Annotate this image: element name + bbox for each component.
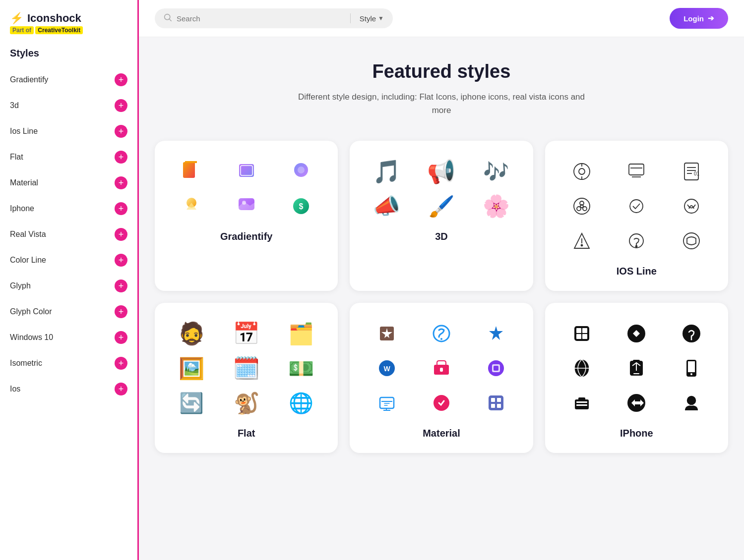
- icon-cell: [417, 319, 466, 348]
- sidebar-item-label: Flat: [10, 153, 23, 162]
- icon-cell: 🔄: [167, 388, 216, 418]
- svg-rect-2: [183, 162, 195, 178]
- 3d-icons: 🎵 📢 🎶 📣 🖌️ 🌸: [362, 157, 521, 221]
- svg-point-25: [574, 198, 590, 214]
- svg-point-41: [440, 338, 442, 340]
- sidebar-add-icon[interactable]: +: [115, 280, 127, 292]
- icon-cell: [221, 191, 271, 221]
- sidebar-items-list: Gradientify + 3d + Ios Line + Flat + Mat…: [0, 67, 137, 402]
- sidebar-item-isometric[interactable]: Isometric +: [0, 350, 137, 376]
- search-input[interactable]: [177, 14, 341, 23]
- svg-rect-51: [489, 395, 503, 410]
- sidebar-add-icon[interactable]: +: [115, 228, 127, 241]
- svg-point-36: [636, 246, 637, 247]
- material-icons: W: [362, 319, 521, 418]
- icon-cell: 🎵: [362, 157, 411, 186]
- svg-text:01: 01: [694, 171, 700, 176]
- sidebar-item-label: 3d: [10, 101, 19, 110]
- icon-cell: [557, 191, 607, 221]
- icon-cell: [417, 353, 466, 383]
- sidebar-item-windows-10[interactable]: Windows 10 +: [0, 325, 137, 350]
- icon-cell: [667, 226, 716, 256]
- sidebar-add-icon[interactable]: +: [115, 99, 127, 112]
- icon-cell: [667, 191, 716, 221]
- svg-rect-55: [497, 404, 501, 408]
- icon-cell: [557, 353, 607, 383]
- card-material[interactable]: W: [350, 303, 533, 453]
- svg-rect-49: [380, 397, 394, 408]
- card-iphone[interactable]: IPhone: [545, 303, 728, 453]
- sidebar-item-glyph[interactable]: Glyph +: [0, 273, 137, 299]
- sidebar-item-color-line[interactable]: Color Line +: [0, 247, 137, 273]
- icon-cell: [612, 319, 661, 348]
- svg-rect-75: [576, 401, 587, 403]
- icon-cell: 🧔: [167, 319, 216, 348]
- svg-rect-45: [440, 368, 443, 372]
- icon-cell: 💵: [276, 353, 326, 383]
- icon-cell: [667, 319, 716, 348]
- sidebar-add-icon[interactable]: +: [115, 151, 127, 164]
- card-3d[interactable]: 🎵 📢 🎶 📣 🖌️ 🌸 3D: [350, 141, 533, 291]
- card-gradientify[interactable]: $ Gradientify: [155, 141, 338, 291]
- sidebar-add-icon[interactable]: +: [115, 254, 127, 267]
- icon-cell: 🖌️: [417, 191, 466, 221]
- sidebar-item-glyph-color[interactable]: Glyph Color +: [0, 299, 137, 325]
- icon-cell: [557, 157, 607, 186]
- icon-cell: [612, 226, 661, 256]
- svg-point-50: [434, 395, 449, 411]
- icon-cell: 📅: [221, 319, 271, 348]
- gradientify-icons: $: [167, 157, 326, 221]
- sidebar-item-label: Ios Line: [10, 127, 38, 136]
- ios-line-icons: 01: [557, 157, 716, 256]
- sidebar-add-icon[interactable]: +: [115, 176, 127, 189]
- icon-cell: 📢: [417, 157, 466, 186]
- style-select-wrapper[interactable]: Style ▼: [360, 14, 384, 23]
- sidebar-add-icon[interactable]: +: [115, 125, 127, 138]
- styles-grid: $ Gradientify 🎵 📢 🎶 📣: [139, 133, 744, 473]
- icon-cell: [471, 388, 521, 418]
- sidebar-item-iphone[interactable]: Iphone +: [0, 196, 137, 222]
- svg-point-7: [298, 167, 305, 173]
- svg-text:$: $: [299, 202, 304, 211]
- sidebar-add-icon[interactable]: +: [115, 331, 127, 344]
- icon-cell: [612, 388, 661, 418]
- icon-cell: [667, 388, 716, 418]
- card-3d-label: 3D: [435, 231, 448, 242]
- sidebar-item-ios-line[interactable]: Ios Line +: [0, 118, 137, 144]
- svg-rect-57: [576, 328, 581, 333]
- icon-cell: [612, 191, 661, 221]
- brand-badge: CreativeToolkit: [35, 26, 83, 34]
- sidebar-item-ios[interactable]: Ios +: [0, 376, 137, 402]
- svg-point-37: [683, 233, 699, 249]
- hero-subtitle: Different style design, including: Flat …: [298, 90, 585, 117]
- sidebar-item-label: Real Vista: [10, 230, 46, 239]
- icon-cell: 🎶: [471, 157, 521, 186]
- svg-rect-76: [576, 404, 587, 406]
- sidebar-item-3d[interactable]: 3d +: [0, 93, 137, 118]
- sidebar-add-icon[interactable]: +: [115, 357, 127, 370]
- sidebar-add-icon[interactable]: +: [115, 305, 127, 318]
- sidebar-item-flat[interactable]: Flat +: [0, 144, 137, 170]
- sidebar-add-icon[interactable]: +: [115, 202, 127, 215]
- svg-rect-60: [582, 334, 587, 339]
- icon-cell: 🗂️: [276, 319, 326, 348]
- icon-cell: [667, 353, 716, 383]
- sidebar-add-icon[interactable]: +: [115, 73, 127, 86]
- sidebar-add-icon[interactable]: +: [115, 383, 127, 395]
- card-flat-label: Flat: [238, 428, 255, 439]
- icon-cell: [276, 157, 326, 186]
- search-bar[interactable]: Style ▼: [155, 8, 393, 28]
- header: Style ▼ Login ➔: [139, 0, 744, 37]
- icon-cell: 🗓️: [221, 353, 271, 383]
- sidebar-heading: Styles: [0, 48, 137, 67]
- card-flat[interactable]: 🧔 📅 🗂️ 🖼️ 🗓️ 💵 🔄: [155, 303, 338, 453]
- sidebar-item-material[interactable]: Material +: [0, 170, 137, 196]
- sidebar-item-gradientify[interactable]: Gradientify +: [0, 67, 137, 93]
- login-button[interactable]: Login ➔: [670, 8, 728, 29]
- icon-cell: [612, 157, 661, 186]
- svg-rect-30: [630, 200, 643, 213]
- app-name: Iconshock: [27, 12, 81, 25]
- sidebar-item-real-vista[interactable]: Real Vista +: [0, 222, 137, 247]
- logo-area: ⚡ Iconshock Part of CreativeToolkit: [0, 12, 137, 48]
- card-ios-line[interactable]: 01: [545, 141, 728, 291]
